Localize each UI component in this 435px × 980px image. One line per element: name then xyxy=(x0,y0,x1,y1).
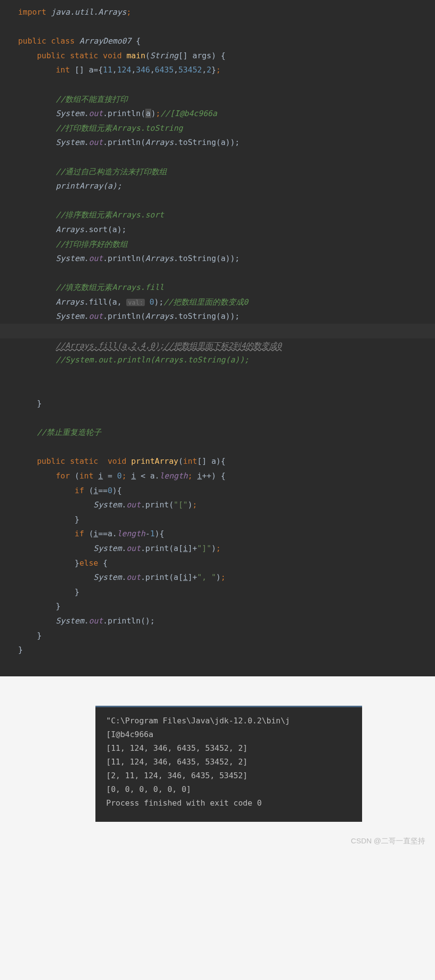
code-line: //数组不能直接打印 xyxy=(4,92,431,107)
code-line: System.out.print("["); xyxy=(4,498,431,512)
code-line: System.out.print(a[i]+"]"); xyxy=(4,541,431,556)
code-line: //System.out.println(Arrays.toString(a))… xyxy=(4,353,431,367)
code-line: printArray(a); xyxy=(4,179,431,193)
code-line xyxy=(4,77,431,92)
code-line: public static void main(String[] args) { xyxy=(4,48,431,63)
code-line: } xyxy=(4,396,431,411)
code-line xyxy=(4,150,431,165)
code-line: //排序数组元素Arrays.sort xyxy=(4,208,431,222)
code-line: if (i==a.length-1){ xyxy=(4,526,431,541)
code-line: Arrays.sort(a); xyxy=(4,222,431,237)
code-line xyxy=(4,657,431,672)
code-line xyxy=(4,367,431,382)
console-line: "C:\Program Files\Java\jdk-12.0.2\bin\j xyxy=(106,714,351,728)
code-line: //通过自己构造方法来打印数组 xyxy=(4,165,431,179)
code-line: System.out.print(a[i]+", "); xyxy=(4,570,431,585)
code-line: System.out.println(a);//[I@b4c966a xyxy=(4,106,431,121)
code-line: //Arrays.fill(a,2,4,0);//把数组里面下标2到4的数变成0 xyxy=(4,338,431,353)
code-line: } xyxy=(4,599,431,614)
code-line: int [] a={11,124,346,6435,53452,2}; xyxy=(4,63,431,77)
code-line: System.out.println(Arrays.toString(a)); xyxy=(4,251,431,266)
code-line: } xyxy=(4,643,431,657)
console-output: "C:\Program Files\Java\jdk-12.0.2\bin\j … xyxy=(95,706,362,822)
code-line: System.out.println(Arrays.toString(a)); xyxy=(4,309,431,324)
code-line: public static void printArray(int[] a){ xyxy=(4,454,431,469)
code-line xyxy=(4,411,431,426)
code-line: //打印排序好的数组 xyxy=(4,237,431,252)
console-line: [0, 0, 0, 0, 0, 0] xyxy=(106,783,351,796)
code-line: Arrays.fill(a, val: 0);//把数组里面的数变成0 xyxy=(4,295,431,310)
watermark: CSDN @二哥一直坚持 xyxy=(0,822,435,856)
code-line xyxy=(4,440,431,454)
code-line: if (i==0){ xyxy=(4,483,431,498)
code-line: public class ArrayDemo07 { xyxy=(4,34,431,48)
code-line: System.out.println(Arrays.toString(a)); xyxy=(4,135,431,150)
code-line: //填充数组元素Arrays.fill xyxy=(4,280,431,295)
console-line: [11, 124, 346, 6435, 53452, 2] xyxy=(106,741,351,755)
code-line: } xyxy=(4,512,431,527)
code-line xyxy=(0,324,435,338)
code-line: import java.util.Arrays; xyxy=(4,5,431,20)
code-line xyxy=(4,20,431,34)
code-line xyxy=(4,266,431,281)
console-line: [I@b4c966a xyxy=(106,728,351,741)
code-line: for (int i = 0; i < a.length; i++) { xyxy=(4,469,431,483)
code-line: }else { xyxy=(4,556,431,571)
console-line: [11, 124, 346, 6435, 53452, 2] xyxy=(106,755,351,769)
code-editor[interactable]: import java.util.Arrays; public class Ar… xyxy=(0,0,435,676)
code-line: //打印数组元素Arrays.toString xyxy=(4,121,431,136)
code-line: } xyxy=(4,628,431,643)
code-line xyxy=(4,382,431,396)
code-line: System.out.println(); xyxy=(4,614,431,628)
console-line: [2, 11, 124, 346, 6435, 53452] xyxy=(106,769,351,783)
console-line: Process finished with exit code 0 xyxy=(106,796,351,810)
code-line: //禁止重复造轮子 xyxy=(4,425,431,440)
code-line xyxy=(4,193,431,208)
code-line: } xyxy=(4,585,431,599)
